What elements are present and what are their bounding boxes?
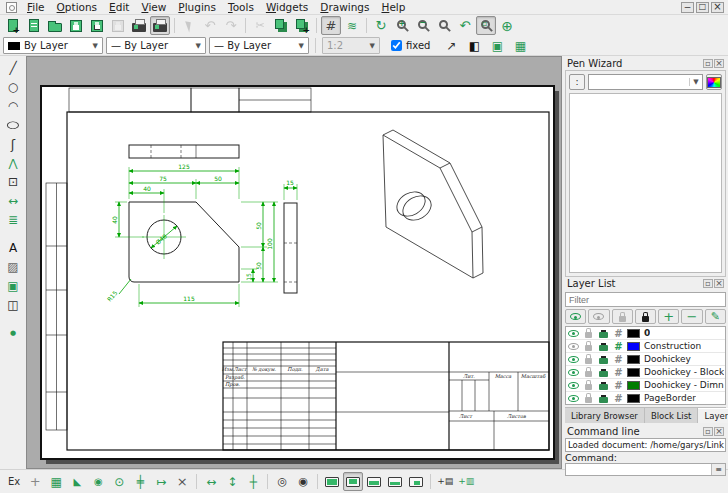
circle-tool-button[interactable]: ○ [3, 78, 23, 96]
pen-dot-button[interactable]: ● [3, 324, 23, 342]
show-all-layers-button[interactable] [565, 309, 586, 324]
menu-drawings[interactable]: Drawings [314, 0, 375, 14]
dock-view-3-button[interactable] [364, 472, 384, 491]
layer-print-toggle[interactable] [596, 329, 611, 338]
layer-color-cell[interactable] [626, 381, 641, 390]
layer-color-cell[interactable] [626, 329, 641, 338]
layer-visibility-toggle[interactable] [566, 330, 581, 337]
layer-row[interactable]: #PageBorder [566, 392, 725, 405]
add-snap-list-button[interactable]: +▤ [435, 472, 455, 491]
zoom-previous-button[interactable]: ↶ [455, 16, 475, 35]
block-tool-button[interactable]: ◫ [3, 296, 23, 314]
tab-library-browser[interactable]: Library Browser [565, 408, 645, 423]
hatch-tool-button[interactable]: ▨ [3, 258, 23, 276]
color-combo[interactable]: By Layer ▼ [3, 37, 103, 54]
drawing-canvas[interactable]: Изм. Лист № докум. Подп. Дата Разраб. Пр… [26, 56, 562, 469]
undo-button[interactable]: ↶ [200, 16, 220, 35]
copy-button[interactable] [271, 16, 291, 35]
menu-widgets[interactable]: Widgets [260, 0, 314, 14]
select-pointer-button[interactable] [179, 16, 199, 35]
snap-center-button[interactable]: ⊙ [109, 472, 129, 491]
dock-view-4-button[interactable] [385, 472, 405, 491]
layer-visibility-toggle[interactable] [566, 382, 581, 389]
layer-row[interactable]: #Construction [566, 340, 725, 353]
layer-print-toggle[interactable] [596, 342, 611, 351]
snap-endpoint-button[interactable]: ◣ [67, 472, 87, 491]
menu-view[interactable]: View [135, 0, 172, 14]
command-input[interactable] [566, 464, 711, 475]
lock-all-layers-button[interactable] [635, 309, 656, 324]
menu-options[interactable]: Options [51, 0, 104, 14]
image-tool-button[interactable]: ▣ [3, 277, 23, 295]
dimension-tool-button[interactable]: ↔ [3, 192, 23, 210]
tile-pages-button[interactable]: ▦ [510, 36, 530, 55]
layer-print-toggle[interactable] [596, 381, 611, 390]
layer-color-cell[interactable] [626, 368, 641, 377]
dock-view-2-button[interactable] [343, 472, 363, 491]
zoom-pan-button[interactable]: ⊕ [497, 16, 517, 35]
unlock-all-layers-button[interactable] [612, 309, 633, 324]
menu-help[interactable]: Help [375, 0, 411, 14]
layer-construction-toggle[interactable]: # [611, 328, 626, 339]
spline-tool-button[interactable]: ʃ [3, 135, 23, 153]
tab-layer-list[interactable]: Layer List [698, 408, 728, 423]
layer-filter-input[interactable] [566, 293, 725, 306]
layer-construction-toggle[interactable]: # [611, 354, 626, 365]
snap-middle-button[interactable]: ╪ [130, 472, 150, 491]
zoom-auto-button[interactable] [434, 16, 454, 35]
black-white-toggle-button[interactable]: ◧ [464, 36, 484, 55]
layer-visibility-toggle[interactable] [566, 395, 581, 402]
line-tool-button[interactable]: ╱ [3, 59, 23, 77]
layer-row[interactable]: #Doohickey - Block [566, 366, 725, 379]
hide-all-layers-button[interactable] [588, 309, 609, 324]
layer-construction-toggle[interactable]: # [611, 380, 626, 391]
layer-lock-toggle[interactable] [581, 367, 596, 377]
snap-entity-button[interactable]: ◉ [88, 472, 108, 491]
maximize-button[interactable]: □ [696, 2, 709, 13]
float-panel-button[interactable]: ▫ [703, 279, 713, 288]
arc-tool-button[interactable]: ◠ [3, 97, 23, 115]
layer-construction-toggle[interactable]: # [611, 393, 626, 404]
layer-lock-toggle[interactable] [581, 393, 596, 403]
dock-view-1-button[interactable] [322, 472, 342, 491]
layer-color-cell[interactable] [626, 342, 641, 351]
zoom-window-button[interactable] [476, 16, 496, 35]
center-to-page-button[interactable]: ↗ [441, 36, 461, 55]
close-panel-button[interactable]: × [714, 427, 724, 436]
menu-plugins[interactable]: Plugins [172, 0, 222, 14]
tab-block-list[interactable]: Block List [645, 408, 699, 423]
layer-visibility-toggle[interactable] [566, 356, 581, 363]
menu-tools[interactable]: Tools [222, 0, 260, 14]
pen-color-button[interactable] [706, 74, 722, 90]
minimize-button[interactable]: − [681, 2, 694, 13]
layer-lock-toggle[interactable] [581, 328, 596, 338]
open-button[interactable] [45, 16, 65, 35]
snap-free-button[interactable]: + [25, 472, 45, 491]
layer-row[interactable]: #Doohickey - Dimn [566, 379, 725, 392]
linetype-combo[interactable]: — By Layer ▼ [209, 37, 309, 54]
draft-mode-button[interactable]: ≋ [342, 16, 362, 35]
layer-visibility-toggle[interactable] [566, 343, 581, 350]
layer-lock-toggle[interactable] [581, 354, 596, 364]
menu-edit[interactable]: Edit [103, 0, 135, 14]
new-drawing-button[interactable] [3, 16, 23, 35]
layer-print-toggle[interactable] [596, 368, 611, 377]
command-options-icon[interactable]: ≡ [711, 464, 725, 475]
save-button[interactable] [66, 16, 86, 35]
save-as-button[interactable] [87, 16, 107, 35]
pen-list[interactable] [569, 93, 722, 273]
new-from-template-button[interactable] [24, 16, 44, 35]
text-tool-button[interactable]: A [3, 239, 23, 257]
polyline-tool-button[interactable]: ⋀ [3, 154, 23, 172]
modify-tool-button[interactable]: ≣ [3, 211, 23, 229]
redo-button[interactable]: ↷ [221, 16, 241, 35]
snap-intersection-button[interactable]: × [172, 472, 192, 491]
layer-color-cell[interactable] [626, 394, 641, 403]
cut-button[interactable]: ✂ [250, 16, 270, 35]
zoom-out-button[interactable] [413, 16, 433, 35]
remove-layer-button[interactable]: − [681, 309, 702, 324]
close-panel-button[interactable]: × [714, 279, 724, 288]
lock-relative-zero-button[interactable]: ◉ [293, 472, 313, 491]
add-layer-button[interactable]: + [658, 309, 679, 324]
restrict-vertical-button[interactable]: ↕ [222, 472, 242, 491]
